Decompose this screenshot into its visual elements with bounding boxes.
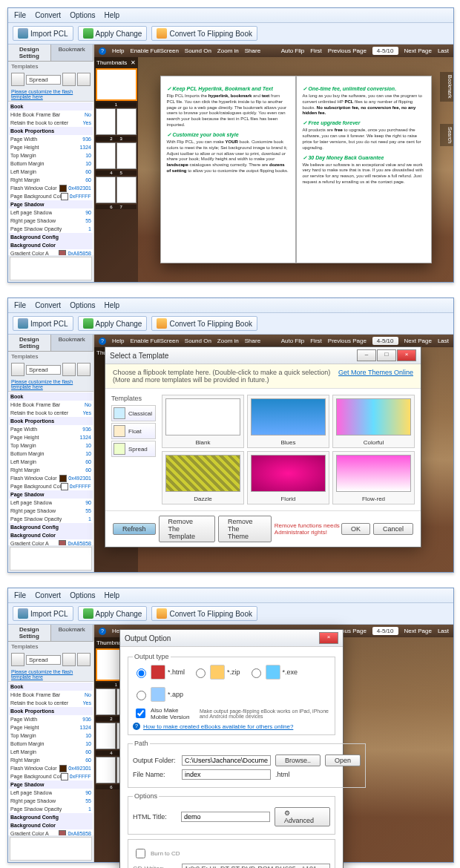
share-button[interactable]: Share	[245, 47, 260, 54]
prop-background-config[interactable]: Background Config	[9, 523, 93, 531]
customize-link[interactable]: Please customize the flash template here	[8, 88, 93, 101]
remove-theme-button[interactable]: Remove The Theme	[218, 516, 272, 542]
next-page-button[interactable]: Next Page	[404, 628, 432, 634]
prop-book[interactable]: Book	[9, 392, 93, 401]
prop-background-config[interactable]: Background Config	[9, 813, 93, 821]
thumbnail-4[interactable]	[96, 142, 116, 169]
tab-bookmark[interactable]: Bookmark	[51, 335, 94, 351]
menu-options[interactable]: Options	[70, 11, 95, 19]
apply-change-button[interactable]: Apply Change	[78, 26, 148, 41]
prop-gradient-color-a[interactable]: Gradient Color A0xA85858	[9, 539, 93, 545]
prop-top-margin[interactable]: Top Margin10	[9, 731, 93, 740]
thumbnail-5[interactable]	[116, 142, 137, 169]
tab-bookmark[interactable]: Bookmark	[51, 625, 94, 641]
file-name-input[interactable]	[182, 769, 271, 780]
sound-button[interactable]: Sound On	[185, 47, 211, 54]
prop-right-page-shadow[interactable]: Right page Shadow55	[9, 797, 93, 805]
out-exe-radio[interactable]: *.exe	[248, 665, 298, 680]
prop-flash-window-color[interactable]: Flash Window Color0x492301	[9, 184, 93, 192]
thumbnail-2[interactable]	[96, 688, 116, 715]
browse-button[interactable]: Browse..	[275, 754, 321, 766]
prop-background-config[interactable]: Background Config	[9, 233, 93, 241]
page-indicator[interactable]: 4-5/10	[372, 47, 398, 55]
customize-link[interactable]: Please customize the flash template here	[8, 378, 93, 391]
prop-retain-the-book-to-center[interactable]: Retain the book to centerYes	[9, 119, 93, 127]
open-button[interactable]: Open	[325, 754, 361, 766]
template-browse-button[interactable]	[11, 363, 24, 376]
template-save-button[interactable]	[62, 363, 76, 376]
prop-bottom-margin[interactable]: Bottom Margin10	[9, 740, 93, 748]
last-page-button[interactable]: Last	[438, 628, 449, 634]
first-page-button[interactable]: First	[310, 338, 322, 344]
share-button[interactable]: Share	[245, 338, 260, 344]
prop-background-color[interactable]: Background Color	[9, 241, 93, 249]
prop-retain-the-book-to-center[interactable]: Retain the book to centerYes	[9, 699, 93, 707]
close-button[interactable]: ×	[397, 349, 416, 361]
prop-bottom-margin[interactable]: Bottom Margin10	[9, 450, 93, 458]
tab-design-setting[interactable]: Design Setting	[8, 335, 51, 351]
template-select[interactable]: Spread	[26, 655, 61, 665]
out-app-radio[interactable]: *.app	[133, 687, 183, 702]
prop-flash-window-color[interactable]: Flash Window Color0x492301	[9, 474, 93, 482]
prop-page-shadow-opacity[interactable]: Page Shadow Opacity1	[9, 225, 93, 233]
prop-flash-window-color[interactable]: Flash Window Color0x492301	[9, 764, 93, 772]
prop-retain-the-book-to-center[interactable]: Retain the book to centerYes	[9, 409, 93, 417]
prev-page-button[interactable]: Previous Page	[328, 338, 367, 344]
prop-left-page-shadow[interactable]: Left page Shadow90	[9, 789, 93, 797]
prop-page-width[interactable]: Page Width936	[9, 425, 93, 433]
prop-book-proportions[interactable]: Book Proportions	[9, 417, 93, 425]
prop-right-margin[interactable]: Right Margin60	[9, 466, 93, 474]
template-float[interactable]: Float	[111, 423, 156, 439]
template-browse-button[interactable]	[11, 653, 24, 666]
help-button[interactable]: Help	[112, 47, 124, 54]
burn-cd-checkbox[interactable]	[136, 849, 145, 858]
prop-left-margin[interactable]: Left Margin60	[9, 458, 93, 466]
prop-left-margin[interactable]: Left Margin60	[9, 748, 93, 756]
prop-book-proportions[interactable]: Book Proportions	[9, 127, 93, 135]
convert-button[interactable]: Convert To Flipping Book	[151, 26, 257, 41]
template-load-button[interactable]	[77, 363, 91, 376]
autoflip-button[interactable]: Auto Flip	[281, 338, 305, 344]
template-select[interactable]: Spread	[26, 75, 61, 85]
thumbnail-1[interactable]	[96, 68, 137, 101]
help-icon[interactable]: ?	[99, 338, 106, 345]
template-select[interactable]: Spread	[26, 365, 61, 375]
cancel-button[interactable]: Cancel	[373, 523, 413, 535]
template-browse-button[interactable]	[11, 73, 24, 86]
menu-options[interactable]: Options	[70, 301, 95, 309]
help-icon[interactable]: ?	[99, 47, 106, 55]
prop-page-height[interactable]: Page Height1324	[9, 433, 93, 441]
prop-gradient-color-a[interactable]: Gradient Color A0xA85858	[9, 249, 93, 255]
prop-bottom-margin[interactable]: Bottom Margin10	[9, 160, 93, 168]
next-page-button[interactable]: Next Page	[404, 47, 432, 54]
menu-file[interactable]: File	[14, 301, 26, 309]
autoflip-button[interactable]: Auto Flip	[281, 47, 305, 54]
sidetab-bookmark[interactable]: Bookmark	[440, 72, 453, 102]
menu-convert[interactable]: Convert	[35, 591, 61, 599]
html-title-input[interactable]	[181, 812, 270, 822]
tab-bookmark[interactable]: Bookmark	[51, 45, 94, 61]
fullscreen-button[interactable]: Enable FullScreen	[130, 338, 178, 344]
prop-right-margin[interactable]: Right Margin60	[9, 756, 93, 764]
remove-template-button[interactable]: Remove The Template	[159, 516, 216, 542]
refresh-button[interactable]: Refresh	[113, 523, 156, 535]
page-indicator[interactable]: 4-5/10	[372, 627, 398, 635]
prop-book[interactable]: Book	[9, 102, 93, 111]
prop-right-page-shadow[interactable]: Right page Shadow55	[9, 217, 93, 225]
zoom-button[interactable]: Zoom in	[217, 47, 239, 54]
mobile-checkbox[interactable]	[136, 708, 145, 718]
thumbnail-7[interactable]	[116, 177, 137, 203]
last-page-button[interactable]: Last	[438, 47, 449, 54]
help-button[interactable]: Help	[112, 338, 124, 344]
more-themes-link[interactable]: Get More Themes Online	[338, 369, 413, 384]
thumbnail-close-icon[interactable]: ✕	[131, 59, 136, 66]
property-tree[interactable]: Book Hide Book Frame BarNo Retain the bo…	[8, 101, 93, 255]
prop-top-margin[interactable]: Top Margin10	[9, 441, 93, 450]
template-save-button[interactable]	[62, 653, 76, 666]
prop-hide-book-frame-bar[interactable]: Hide Book Frame BarNo	[9, 691, 93, 699]
thumbnail-3[interactable]	[116, 108, 137, 135]
next-page-button[interactable]: Next Page	[404, 338, 432, 344]
prop-page-background-color[interactable]: Page Background Color0xFFFFFF	[9, 192, 93, 200]
import-pcl-button[interactable]: Import PCL	[13, 26, 73, 41]
prop-page-height[interactable]: Page Height1324	[9, 723, 93, 731]
